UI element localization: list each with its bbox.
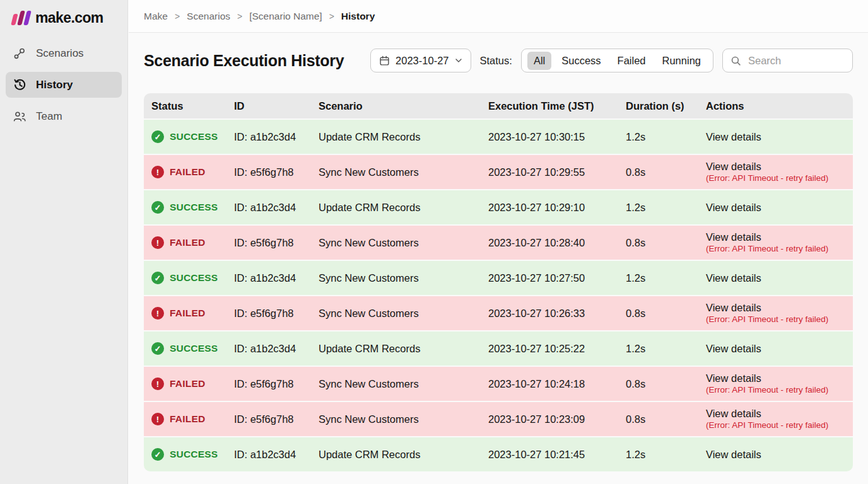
row-scenario: Sync New Customers (319, 166, 488, 178)
status-label: SUCCESS (170, 202, 218, 213)
table-row: ✓SUCCESSID: a1b2c3d4Update CRM Records20… (144, 331, 853, 366)
row-execution-time: 2023-10-27 10:30:15 (488, 131, 626, 143)
page-title: Scenario Execution History (144, 52, 344, 70)
status-filter-failed[interactable]: Failed (611, 52, 652, 70)
failed-icon: ! (151, 236, 164, 249)
sidebar: make.com Scenarios History (0, 0, 128, 484)
execution-history-table: StatusIDScenarioExecution Time (JST)Dura… (144, 93, 853, 471)
view-details-link[interactable]: View details (706, 342, 853, 355)
view-details-link[interactable]: View details (706, 301, 853, 314)
table-row: !FAILEDID: e5f6g7h8Sync New Customers202… (144, 402, 853, 436)
view-details-link[interactable]: View details (706, 231, 853, 244)
view-details-link[interactable]: View details (706, 130, 853, 144)
row-scenario: Sync New Customers (319, 237, 488, 249)
error-note: (Error: API Timeout - retry failed) (706, 244, 853, 255)
row-duration: 0.8s (626, 237, 706, 249)
sidebar-item-scenarios[interactable]: Scenarios (6, 40, 122, 66)
row-actions: View details(Error: API Timeout - retry … (706, 160, 853, 185)
success-icon: ✓ (151, 130, 164, 143)
table-body: ✓SUCCESSID: a1b2c3d4Update CRM Records20… (144, 120, 853, 471)
status-filter-label: Status: (480, 55, 512, 67)
search-input[interactable] (747, 54, 845, 67)
sidebar-item-team[interactable]: Team (6, 103, 122, 129)
sidebar-item-history[interactable]: History (6, 72, 122, 98)
table-row: ✓SUCCESSID: a1b2c3d4Update CRM Records20… (144, 437, 853, 471)
topbar: Make>Scenarios>[Scenario Name]>History (129, 0, 868, 33)
row-duration: 1.2s (626, 272, 706, 284)
breadcrumb: Make>Scenarios>[Scenario Name]>History (144, 11, 375, 22)
status-label: FAILED (170, 413, 205, 425)
failed-icon: ! (151, 377, 164, 390)
view-details-link[interactable]: View details (706, 448, 853, 461)
status-label: FAILED (170, 166, 205, 178)
row-execution-time: 2023-10-27 10:29:55 (488, 166, 626, 178)
view-details-link[interactable]: View details (706, 372, 853, 385)
breadcrumb-item[interactable]: Make (144, 11, 168, 21)
row-duration: 1.2s (626, 131, 706, 143)
brand-logo[interactable]: make.com (0, 0, 127, 40)
row-actions: View details (706, 342, 853, 355)
status-filter-group: AllSuccessFailedRunning (521, 49, 713, 72)
row-execution-time: 2023-10-27 10:21:45 (488, 449, 626, 461)
error-note: (Error: API Timeout - retry failed) (706, 173, 853, 184)
view-details-link[interactable]: View details (706, 201, 853, 214)
row-actions: View details (706, 201, 853, 214)
breadcrumb-separator: > (329, 11, 334, 21)
row-id: ID: e5f6g7h8 (234, 166, 319, 178)
breadcrumb-item[interactable]: [Scenario Name] (249, 11, 322, 21)
table-row: !FAILEDID: e5f6g7h8Sync New Customers202… (144, 155, 853, 189)
sidebar-nav: Scenarios History Team (0, 40, 127, 129)
status-badge: ✓SUCCESS (151, 130, 234, 143)
status-badge: ✓SUCCESS (151, 342, 234, 355)
row-actions: View details (706, 272, 853, 285)
breadcrumb-item: History (341, 11, 375, 21)
status-filter-all[interactable]: All (527, 52, 551, 70)
search-box (722, 49, 853, 72)
view-details-link[interactable]: View details (706, 407, 853, 420)
status-label: SUCCESS (170, 272, 218, 284)
status-filter-success[interactable]: Success (555, 52, 607, 70)
breadcrumb-item[interactable]: Scenarios (187, 11, 230, 21)
row-execution-time: 2023-10-27 10:23:09 (488, 413, 626, 425)
row-execution-time: 2023-10-27 10:26:33 (488, 308, 626, 320)
row-scenario: Update CRM Records (319, 202, 488, 214)
view-details-link[interactable]: View details (706, 272, 853, 285)
row-execution-time: 2023-10-27 10:29:10 (488, 202, 626, 214)
status-badge: !FAILED (151, 307, 234, 320)
search-icon (730, 55, 741, 66)
status-label: FAILED (170, 308, 205, 319)
row-scenario: Sync New Customers (319, 378, 488, 390)
row-scenario: Sync New Customers (319, 308, 488, 320)
success-icon: ✓ (151, 272, 164, 284)
row-execution-time: 2023-10-27 10:25:22 (488, 343, 626, 355)
status-label: SUCCESS (170, 131, 218, 142)
filter-controls: 2023-10-27 Status: AllSuccessFailedRunni… (370, 49, 853, 72)
date-picker-button[interactable]: 2023-10-27 (370, 49, 471, 72)
status-badge: !FAILED (151, 166, 234, 178)
status-filter-running[interactable]: Running (656, 52, 707, 70)
row-id: ID: a1b2c3d4 (234, 202, 319, 214)
table-row: ✓SUCCESSID: a1b2c3d4Update CRM Records20… (144, 120, 853, 154)
failed-icon: ! (151, 307, 164, 320)
row-id: ID: e5f6g7h8 (234, 308, 319, 320)
column-header: Status (151, 100, 234, 112)
chevron-down-icon (455, 58, 462, 63)
row-id: ID: e5f6g7h8 (234, 237, 319, 249)
row-id: ID: a1b2c3d4 (234, 272, 319, 284)
history-icon (13, 78, 26, 92)
row-actions: View details(Error: API Timeout - retry … (706, 407, 853, 432)
view-details-link[interactable]: View details (706, 160, 853, 173)
success-icon: ✓ (151, 342, 164, 355)
table-row: !FAILEDID: e5f6g7h8Sync New Customers202… (144, 367, 853, 401)
scenarios-icon (13, 47, 26, 60)
status-label: FAILED (170, 237, 205, 248)
team-icon (13, 110, 26, 124)
error-note: (Error: API Timeout - retry failed) (706, 385, 853, 396)
column-header: Duration (s) (626, 100, 706, 112)
brand-name: make.com (35, 9, 103, 26)
date-value: 2023-10-27 (396, 55, 449, 67)
row-duration: 0.8s (626, 308, 706, 320)
row-actions: View details (706, 130, 853, 144)
row-duration: 1.2s (626, 449, 706, 461)
status-badge: ✓SUCCESS (151, 448, 234, 461)
